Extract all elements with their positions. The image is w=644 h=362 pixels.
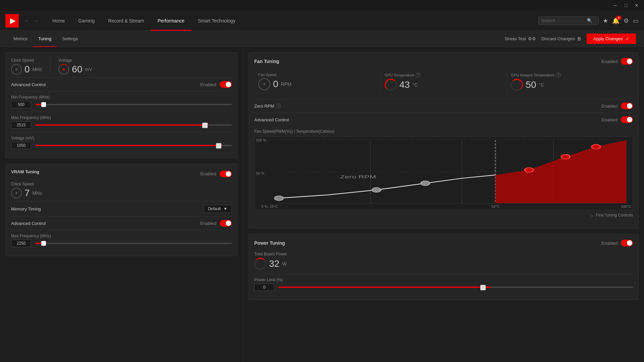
fan-speed-value-row: 0 RPM [258, 78, 376, 90]
checkmark-icon: ✓ [626, 36, 629, 41]
user-icon[interactable]: ▭ [633, 17, 639, 24]
top-navigation: ▶ ← → Home Gaming Record & Stream Perfor… [0, 11, 644, 31]
fan-advanced-label: Advanced Control [254, 117, 289, 122]
voltage-mv-track[interactable] [35, 145, 232, 146]
vram-clock-label: Clock Speed [11, 182, 42, 186]
nav-gaming[interactable]: Gaming [71, 11, 101, 31]
max-freq-label: Max Frequency (MHz) [11, 115, 232, 120]
chart-x-mid: 62°C [491, 204, 500, 208]
vram-max-freq-thumb[interactable] [41, 241, 46, 246]
fan-advanced-toggle[interactable] [621, 116, 633, 123]
sub-navigation: Metrics Tuning Settings Stress Test ⚙⚙ D… [0, 31, 644, 47]
vram-title: VRAM Tuning [11, 169, 39, 174]
stress-test-icon: ⚙⚙ [528, 36, 536, 41]
discard-changes-button[interactable]: Discard Changes 🗑 [541, 36, 581, 41]
vram-clock-dial [11, 188, 22, 198]
min-freq-track[interactable] [35, 104, 232, 105]
vram-toggle[interactable] [220, 171, 232, 177]
nav-record-stream[interactable]: Record & Stream [101, 11, 151, 31]
tab-tuning[interactable]: Tuning [33, 31, 57, 47]
zero-rpm-info-icon[interactable]: ? [276, 104, 281, 108]
memory-timing-right: Default ▼ [204, 205, 232, 213]
gpu-hotspot-dial [511, 79, 523, 91]
tab-metrics[interactable]: Metrics [8, 31, 33, 47]
gpu-hotspot-info-icon[interactable]: ? [556, 73, 560, 77]
svg-point-12 [561, 155, 570, 159]
maximize-button[interactable]: □ [621, 1, 631, 10]
min-freq-thumb[interactable] [41, 102, 46, 107]
gpu-temp-value-row: 43 °C [385, 79, 503, 91]
settings-icon[interactable]: ⚙ [624, 17, 629, 24]
advanced-control-right: Enabled [200, 81, 232, 88]
power-dial-icon [254, 258, 266, 270]
total-board-power-row: Total Board Power 32 W [254, 252, 633, 270]
discard-icon: 🗑 [577, 36, 581, 41]
power-limit-fill [278, 287, 491, 288]
fan-toggle[interactable] [621, 58, 633, 65]
max-freq-input[interactable] [11, 121, 31, 129]
fan-chart[interactable]: Zero RPM 100 % 50 % 0 %, 25°C 62°C 100°C [254, 136, 633, 210]
total-board-power-label: Total Board Power [254, 252, 633, 256]
vram-advanced-state: Enabled [200, 221, 216, 226]
bookmark-icon[interactable]: ★ [603, 17, 608, 24]
vram-tuning-card: VRAM Tuning Enabled Clock Speed 7 MHz [5, 164, 237, 256]
fan-chart-section: Fan Speed(PWM(%)) / Temperature(Celsius) [254, 129, 633, 220]
voltage-unit: mV [85, 67, 92, 72]
total-board-power-display: 32 W [254, 258, 633, 270]
fan-chart-svg: Zero RPM [255, 137, 633, 210]
power-toggle[interactable] [621, 240, 633, 246]
minimize-button[interactable]: ─ [610, 1, 620, 10]
power-limit-track[interactable] [278, 287, 633, 288]
vram-clock-display: Clock Speed 7 MHz [11, 182, 42, 198]
fan-speed-box: Fan Speed 0 RPM [254, 70, 380, 94]
vram-advanced-right: Enabled [200, 220, 232, 227]
power-limit-input[interactable] [254, 284, 274, 291]
advanced-control-row: Advanced Control Enabled [11, 77, 232, 91]
advanced-control-toggle[interactable] [220, 81, 232, 88]
search-box[interactable]: 🔍 [538, 16, 599, 25]
fan-speed-label: Fan Speed [258, 73, 376, 77]
zero-rpm-state: Enabled [601, 104, 618, 109]
voltage-mv-input[interactable] [11, 142, 31, 149]
tab-settings[interactable]: Settings [57, 31, 83, 47]
svg-point-13 [592, 144, 600, 149]
stress-test-button[interactable]: Stress Test ⚙⚙ [504, 36, 536, 41]
clock-voltage-row: Clock Speed 0 MHz Voltage 60 mV [11, 58, 232, 75]
power-value: 32 [269, 258, 279, 269]
gpu-hotspot-unit: °C [539, 82, 544, 87]
close-button[interactable]: ✕ [632, 1, 641, 10]
vram-max-freq-input[interactable] [11, 240, 31, 247]
notification-wrapper: 🔔 6 [612, 17, 620, 24]
voltage-display: Voltage 60 mV [50, 58, 92, 75]
zero-rpm-toggle[interactable] [621, 103, 633, 109]
min-freq-label: Min Frequency (MHz) [11, 95, 232, 100]
power-header-right: Enabled [601, 240, 633, 246]
back-button[interactable]: ← [23, 16, 31, 25]
zero-rpm-right: Enabled [601, 103, 633, 109]
gpu-temp-info-icon[interactable]: ? [416, 73, 420, 77]
fan-stats-row: Fan Speed 0 RPM GPU Temperature ? [254, 70, 633, 94]
power-limit-thumb[interactable] [480, 285, 486, 290]
max-freq-thumb[interactable] [202, 123, 208, 128]
apply-changes-button[interactable]: Apply Changes ✓ [587, 34, 636, 44]
min-freq-input[interactable] [11, 101, 31, 108]
voltage-value: 60 [72, 64, 82, 75]
nav-smart-technology[interactable]: Smart Technology [191, 11, 242, 31]
fine-tuning-controls[interactable]: ⌄ Fine Tuning Controls [254, 210, 633, 220]
nav-performance[interactable]: Performance [151, 11, 191, 31]
search-input[interactable] [541, 18, 585, 23]
nav-home[interactable]: Home [46, 11, 71, 31]
nav-arrows: ← → [23, 16, 40, 25]
dropdown-arrow-icon: ▼ [223, 206, 227, 211]
voltage-mv-section: Voltage (mV) [11, 132, 232, 153]
fan-tuning-card: Fan Tuning Enabled Fan Speed 0 RPM [249, 52, 639, 229]
memory-timing-dropdown[interactable]: Default ▼ [204, 205, 232, 213]
vram-advanced-label: Advanced Control [11, 221, 46, 226]
chart-y-50: 50 % [256, 171, 264, 175]
advanced-control-state: Enabled [200, 82, 216, 87]
vram-advanced-toggle[interactable] [220, 220, 232, 227]
max-freq-track[interactable] [35, 124, 232, 126]
vram-max-freq-track[interactable] [35, 243, 232, 244]
forward-button[interactable]: → [32, 16, 40, 25]
voltage-mv-thumb[interactable] [216, 143, 221, 148]
